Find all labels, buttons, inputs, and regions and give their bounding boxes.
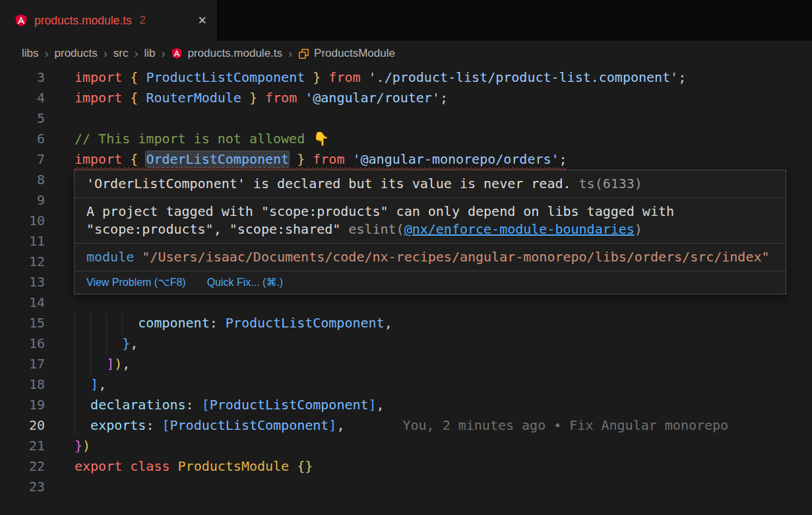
code-line-3[interactable]: 3import { ProductListComponent } from '.…	[0, 67, 812, 88]
breadcrumb-separator: ›	[45, 47, 49, 61]
code-token: import	[75, 69, 130, 85]
code-token: OrderListComponent	[146, 151, 289, 167]
code-token: import	[75, 90, 130, 106]
indent-guide	[75, 395, 75, 415]
hover-text: eslint(	[348, 221, 404, 237]
breadcrumb-file[interactable]: products.module.ts	[171, 47, 282, 60]
code-token: 👇	[313, 131, 329, 147]
code-token: declarations	[90, 397, 186, 413]
line-number[interactable]: 4	[0, 88, 45, 108]
indent-guide	[106, 333, 107, 354]
line-number[interactable]: 18	[0, 374, 45, 395]
code-line-15[interactable]: 15 component: ProductListComponent,	[0, 313, 812, 333]
code-token: ;	[440, 90, 448, 106]
line-number[interactable]: 12	[0, 252, 45, 272]
line-number[interactable]: 8	[0, 170, 45, 190]
code-token: [	[162, 417, 170, 433]
line-content: import { RouterModule } from '@angular/r…	[75, 88, 812, 108]
code-token: :	[186, 397, 202, 413]
line-number[interactable]: 11	[0, 231, 45, 252]
code-token	[289, 458, 297, 474]
line-number[interactable]: 10	[0, 211, 45, 231]
code-line-14[interactable]: 14	[0, 292, 812, 313]
line-content: },	[75, 333, 812, 354]
code-token: ]	[106, 356, 114, 372]
code-line-21[interactable]: 21})	[0, 436, 812, 456]
code-line-20[interactable]: 20 exports: [ProductListComponent],You, …	[0, 415, 812, 436]
line-number[interactable]: 19	[0, 395, 45, 415]
line-number[interactable]: 23	[0, 477, 45, 497]
quick-fix-action[interactable]: Quick Fix... (⌘.)	[207, 276, 284, 289]
breadcrumb-folder-src[interactable]: src	[113, 47, 129, 60]
code-token: )	[82, 438, 90, 454]
indent-guide	[90, 313, 91, 333]
line-content: ]),	[75, 354, 812, 374]
code-line-17[interactable]: 17 ]),	[0, 354, 812, 374]
line-number[interactable]: 13	[0, 272, 45, 292]
code-token: ProductsModule	[178, 458, 290, 474]
line-content	[75, 292, 812, 313]
code-token: './product-list/product-list.component'	[369, 69, 679, 85]
line-number[interactable]: 5	[0, 108, 45, 129]
code-token: ProductListComponent	[210, 397, 369, 413]
hover-text: 'OrderListComponent' is declared but its…	[86, 176, 571, 191]
code-token: }	[305, 69, 321, 85]
code-token: ;	[678, 69, 686, 85]
view-problem-action[interactable]: View Problem (⌥F8)	[86, 276, 186, 289]
code-token: import	[75, 151, 130, 167]
code-line-16[interactable]: 16 },	[0, 333, 812, 354]
line-number[interactable]: 15	[0, 313, 45, 333]
code-line-23[interactable]: 23	[0, 477, 812, 497]
indent-guide	[90, 354, 91, 374]
code-line-22[interactable]: 22export class ProductsModule {}	[0, 456, 812, 477]
line-content: declarations: [ProductListComponent],	[75, 395, 812, 415]
hover-message-section: 'OrderListComponent' is declared but its…	[75, 170, 786, 197]
code-token: from	[305, 151, 352, 167]
code-token: ,	[385, 315, 392, 331]
code-token: :	[210, 315, 226, 331]
line-content: component: ProductListComponent,	[75, 313, 812, 333]
line-number[interactable]: 6	[0, 129, 45, 149]
line-number[interactable]: 3	[0, 67, 45, 88]
diagnostics-hover-popup: 'OrderListComponent' is declared but its…	[74, 170, 786, 294]
code-line-6[interactable]: 6// This import is not allowed 👇	[0, 129, 812, 149]
line-number[interactable]: 20	[0, 415, 45, 436]
code-line-5[interactable]: 5	[0, 108, 812, 129]
breadcrumb-symbol[interactable]: ProductsModule	[298, 47, 395, 60]
line-content: export class ProductsModule {}	[75, 456, 812, 477]
eslint-rule-link[interactable]: @nx/enforce-module-boundaries	[404, 221, 635, 237]
code-token: ,	[122, 356, 130, 372]
line-content: import { ProductListComponent } from './…	[75, 67, 812, 88]
breadcrumb-folder-libs[interactable]: libs	[22, 47, 39, 60]
code-editor[interactable]: 3import { ProductListComponent } from '.…	[0, 66, 812, 515]
line-number[interactable]: 9	[0, 190, 45, 211]
code-token: exports	[90, 417, 146, 433]
code-line-7[interactable]: 7import { OrderListComponent } from '@an…	[0, 149, 812, 170]
code-token: {	[130, 151, 146, 167]
tab-products-module[interactable]: products.module.ts 2 ×	[0, 0, 218, 41]
line-number[interactable]: 17	[0, 354, 45, 374]
indent-guide	[106, 313, 107, 333]
code-line-18[interactable]: 18 ],	[0, 374, 812, 395]
code-token: ,	[377, 397, 385, 413]
code-token: }	[75, 438, 82, 454]
code-token: {	[130, 69, 146, 85]
close-icon[interactable]: ×	[198, 13, 206, 28]
line-number[interactable]: 22	[0, 456, 45, 477]
line-number[interactable]: 7	[0, 149, 45, 170]
code-line-19[interactable]: 19 declarations: [ProductListComponent],	[0, 395, 812, 415]
line-number[interactable]: 14	[0, 292, 45, 313]
code-token: RouterModule	[146, 90, 241, 106]
code-token: ProductListComponent	[226, 315, 385, 331]
breadcrumb-folder-lib[interactable]: lib	[144, 47, 155, 60]
line-number[interactable]: 16	[0, 333, 45, 354]
code-token: }	[241, 90, 257, 106]
code-token: }	[122, 335, 130, 351]
line-content: exports: [ProductListComponent],You, 2 m…	[75, 415, 812, 436]
breadcrumb-folder-products[interactable]: products	[55, 47, 98, 60]
code-token: {}	[297, 458, 313, 474]
vscode-window: products.module.ts 2 × libs›products›src…	[0, 0, 812, 515]
code-line-4[interactable]: 4import { RouterModule } from '@angular/…	[0, 88, 812, 108]
code-token: component	[138, 315, 209, 331]
line-number[interactable]: 21	[0, 436, 45, 456]
